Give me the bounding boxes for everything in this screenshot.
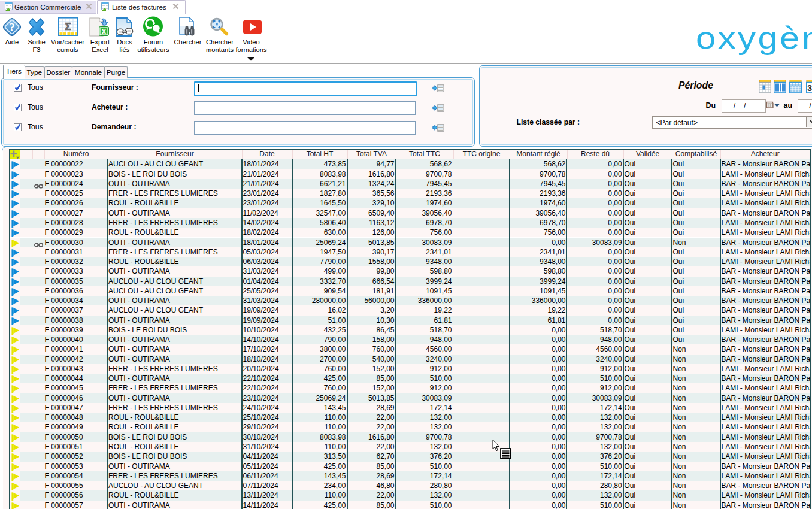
svg-text:?: ? — [9, 21, 15, 34]
svg-text:X: X — [101, 28, 107, 36]
svg-text:31: 31 — [807, 83, 812, 93]
svg-text:Σ: Σ — [65, 21, 71, 32]
